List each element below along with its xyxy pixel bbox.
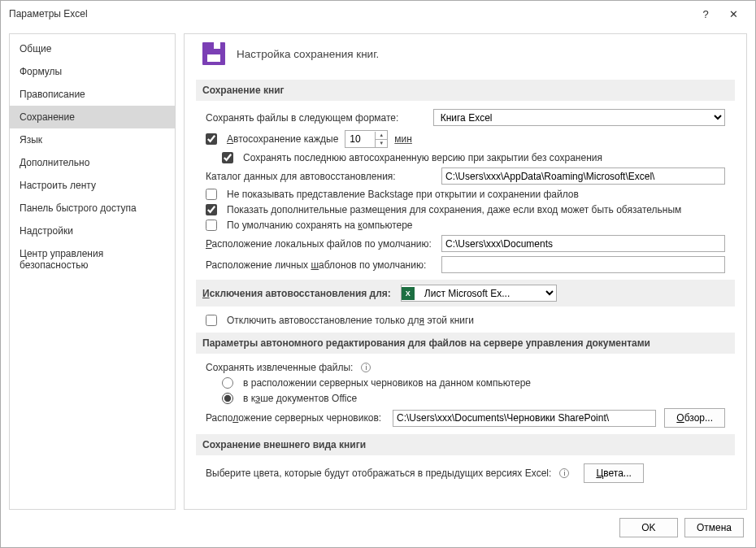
sidebar-item-save[interactable]: Сохранение — [10, 106, 175, 128]
office-cache-radio[interactable] — [222, 393, 233, 404]
autosave-checkbox[interactable] — [206, 133, 217, 145]
sidebar-item-proofing[interactable]: Правописание — [10, 83, 175, 106]
sidebar-item-formulas[interactable]: Формулы — [10, 60, 175, 83]
save-checked-out-label: Сохранять извлеченные файлы: — [206, 362, 353, 373]
sidebar-item-customize-ribbon[interactable]: Настроить ленту — [10, 174, 175, 197]
disable-autorecover-label: Отключить автовосстановление только для … — [227, 315, 474, 326]
autorecover-except-select[interactable]: Лист Microsoft Ex... — [418, 285, 556, 301]
sidebar-item-addins[interactable]: Надстройки — [10, 220, 175, 242]
save-local-checkbox[interactable] — [206, 220, 217, 231]
sidebar-item-advanced[interactable]: Дополнительно — [10, 151, 175, 174]
browse-button[interactable]: Обзор... — [664, 408, 725, 428]
window-title: Параметры Excel — [9, 8, 692, 20]
autosave-unit-label: мин — [394, 133, 412, 145]
section-save-books-title: Сохранение книг — [196, 80, 735, 101]
disable-autorecover-checkbox[interactable] — [206, 315, 217, 326]
templates-label: Расположение личных шаблонов по умолчани… — [206, 259, 433, 271]
keep-last-autosaved-checkbox[interactable] — [222, 152, 233, 163]
colors-text: Выберите цвета, которые будут отображать… — [206, 468, 551, 479]
excel-workbook-icon: X — [402, 287, 415, 300]
templates-input[interactable] — [441, 256, 725, 273]
show-additional-locations-label: Показать дополнительные размещения для с… — [227, 204, 681, 215]
spinner-down-icon[interactable]: ▼ — [376, 140, 387, 147]
help-button[interactable]: ? — [692, 8, 719, 20]
colors-button[interactable]: Цвета... — [584, 463, 643, 483]
main-pane: Настройка сохранения книг. Сохранение кн… — [184, 33, 747, 510]
no-backstage-label: Не показывать представление Backstage пр… — [227, 189, 579, 200]
autorecover-dir-label: Каталог данных для автовосстановления: — [206, 171, 433, 182]
except-label: Исключения автовосстановления для: — [202, 288, 391, 299]
sidebar-item-trust-center[interactable]: Центр управления безопасностью — [10, 242, 175, 276]
default-format-label: Сохранять файлы в следующем формате: — [206, 112, 427, 124]
save-disk-icon — [202, 42, 225, 65]
section-offline-title: Параметры автономного редактирования для… — [196, 333, 735, 354]
close-button[interactable]: ✕ — [719, 8, 747, 20]
titlebar: Параметры Excel ? ✕ — [1, 1, 755, 27]
local-files-label: Расположение локальных файлов по умолчан… — [206, 238, 433, 250]
page-header: Настройка сохранения книг. — [237, 48, 379, 60]
server-drafts-radio[interactable] — [222, 377, 233, 389]
sidebar-item-general[interactable]: Общие — [10, 37, 175, 60]
autorecover-dir-input[interactable] — [441, 167, 725, 185]
autosave-interval-spinner[interactable]: ▲▼ — [345, 130, 388, 148]
ok-button[interactable]: OK — [619, 518, 678, 537]
info-icon[interactable]: i — [361, 363, 371, 372]
keep-last-autosaved-label: Сохранять последнюю автосохраненную верс… — [243, 152, 602, 163]
sidebar-item-quick-access[interactable]: Панель быстрого доступа — [10, 197, 175, 220]
section-autorecover-except-title: Исключения автовосстановления для: X Лис… — [196, 280, 735, 307]
save-local-label: По умолчанию сохранять на компьютере — [227, 220, 413, 231]
category-sidebar: Общие Формулы Правописание Сохранение Яз… — [9, 33, 176, 510]
office-cache-label: в кэше документов Office — [243, 393, 357, 404]
drafts-location-input[interactable] — [393, 410, 656, 427]
local-files-input[interactable] — [441, 235, 725, 252]
default-format-select[interactable]: Книга Excel — [433, 109, 725, 126]
autosave-label: Автосохранение каждые — [227, 133, 338, 145]
server-drafts-label: в расположении серверных черновиков на д… — [243, 377, 531, 389]
dialog-footer: OK Отмена — [1, 510, 755, 547]
info-icon[interactable]: i — [559, 468, 569, 478]
autosave-interval-input[interactable] — [345, 131, 375, 147]
cancel-button[interactable]: Отмена — [684, 518, 744, 537]
sidebar-item-language[interactable]: Язык — [10, 128, 175, 151]
spinner-up-icon[interactable]: ▲ — [376, 132, 387, 140]
no-backstage-checkbox[interactable] — [206, 189, 217, 200]
drafts-location-label: Расположение серверных черновиков: — [206, 412, 385, 424]
section-visual-title: Сохранение внешнего вида книги — [196, 434, 735, 455]
show-additional-locations-checkbox[interactable] — [206, 204, 217, 215]
